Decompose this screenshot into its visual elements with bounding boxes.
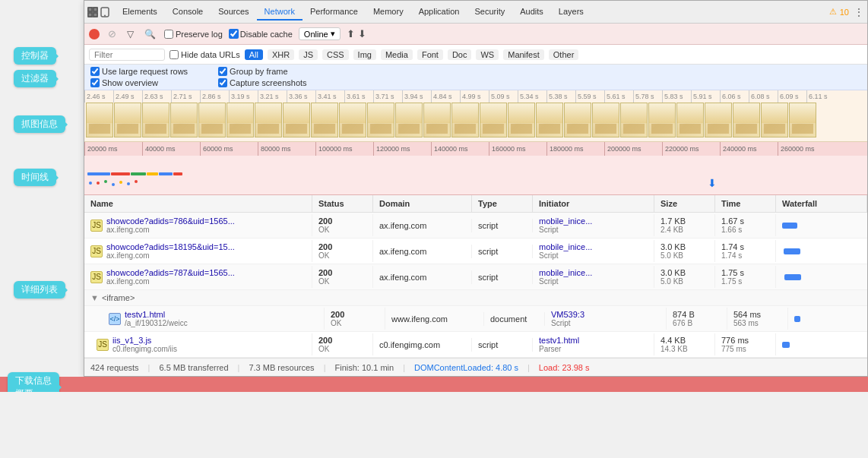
table-row[interactable]: </> testv1.html /a_if/190312/weicc 200 O… (84, 306, 867, 332)
filter-tag-doc[interactable]: Doc (448, 49, 472, 60)
ss-frame-12[interactable] (423, 103, 451, 137)
ss-frame-23[interactable] (733, 103, 760, 137)
status-transferred: 6.5 MB transferred (159, 363, 228, 372)
disable-cache-label[interactable]: Disable cache (229, 29, 293, 39)
ss-frame-19[interactable] (620, 103, 648, 137)
hide-data-urls-label[interactable]: Hide data URLs (169, 50, 240, 59)
tab-console[interactable]: Console (165, 4, 211, 21)
table-row[interactable]: JS showcode?adids=787&uid=1565... ax.ife… (84, 264, 867, 290)
tick-14: 5.09 s (489, 90, 518, 103)
rowi0-initiator-type: Script (551, 319, 660, 327)
filter-tag-manifest[interactable]: Manifest (503, 49, 544, 60)
export-button[interactable]: ⬇ (358, 28, 366, 39)
timeline-bars: ⬇ (84, 156, 867, 194)
tab-security[interactable]: Security (467, 4, 512, 21)
import-button[interactable]: ⬆ (347, 28, 355, 39)
rowi1-initiator[interactable]: testv1.html (539, 336, 648, 345)
table-row[interactable]: JS iis_v1_3.js c0.ifengimg.com/iis 200 O… (84, 332, 867, 358)
ss-frame-11[interactable] (395, 103, 423, 137)
iframe-group-header[interactable]: ▼ <iframe> (84, 290, 867, 306)
disable-cache-checkbox[interactable] (229, 29, 239, 39)
stop-button[interactable]: ⊘ (106, 27, 119, 40)
tab-memory[interactable]: Memory (366, 4, 411, 21)
iframe-toggle[interactable]: ▼ (90, 293, 99, 302)
record-button[interactable] (89, 29, 100, 39)
warning-count: 10 (840, 8, 849, 17)
device-icon[interactable] (100, 7, 110, 17)
filter-bar: Hide data URLs All XHR JS CSS Img Media … (84, 45, 867, 65)
group-by-frame-text: Group by frame (230, 67, 287, 76)
tab-sources[interactable]: Sources (211, 4, 256, 21)
preserve-log-label[interactable]: Preserve log (164, 30, 223, 39)
ss-frame-25[interactable] (789, 103, 816, 137)
rowi0-name[interactable]: testv1.html (125, 310, 188, 319)
search-button[interactable]: 🔍 (142, 28, 158, 40)
show-overview-checkbox[interactable] (90, 78, 100, 87)
filter-tag-js[interactable]: JS (299, 49, 318, 60)
inspect-icon[interactable] (87, 7, 98, 17)
ss-frame-13[interactable] (451, 103, 479, 137)
filter-tag-css[interactable]: CSS (322, 49, 349, 60)
ss-frame-4[interactable] (198, 103, 226, 137)
show-overview-label[interactable]: Show overview (90, 78, 188, 87)
ss-frame-5[interactable] (227, 103, 254, 137)
filter-tag-other[interactable]: Other (549, 49, 579, 60)
td-status-2: 200 OK (312, 266, 373, 288)
ss-frame-1[interactable] (114, 103, 141, 137)
ss-frame-7[interactable] (283, 103, 310, 137)
preserve-log-checkbox[interactable] (164, 30, 173, 39)
online-selector[interactable]: Online ▾ (299, 27, 341, 40)
filter-tag-ws[interactable]: WS (476, 49, 499, 60)
ss-frame-8[interactable] (311, 103, 338, 137)
capture-screenshots-label[interactable]: Capture screenshots (218, 78, 307, 87)
row1-initiator[interactable]: mobile_inice... (539, 242, 648, 251)
row2-name[interactable]: showcode?adids=787&uid=1565... (106, 268, 235, 277)
row1-name[interactable]: showcode?adids=18195&uid=15... (106, 242, 235, 251)
table-row[interactable]: JS showcode?adids=786&uid=1565... ax.ife… (84, 213, 867, 238)
ss-frame-10[interactable] (367, 103, 394, 137)
filter-input[interactable] (89, 49, 165, 61)
filter-tag-all[interactable]: All (245, 49, 263, 60)
hide-data-urls-checkbox[interactable] (169, 50, 179, 59)
ss-frame-21[interactable] (676, 103, 704, 137)
tab-audits[interactable]: Audits (512, 4, 551, 21)
capture-screenshots-checkbox[interactable] (218, 78, 227, 87)
ss-frame-18[interactable] (592, 103, 619, 137)
rowi1-name[interactable]: iis_v1_3.js (112, 336, 177, 345)
ss-frame-17[interactable] (564, 103, 591, 137)
rowi0-initiator[interactable]: VM539:3 (551, 310, 660, 319)
filter-tag-xhr[interactable]: XHR (268, 49, 294, 60)
ss-frame-3[interactable] (170, 103, 198, 137)
tab-layers[interactable]: Layers (551, 4, 591, 21)
ss-frame-9[interactable] (339, 103, 366, 137)
tab-elements[interactable]: Elements (115, 4, 165, 21)
filter-tag-font[interactable]: Font (417, 49, 443, 60)
large-rows-label[interactable]: Use large request rows (90, 67, 188, 76)
filter-tag-media[interactable]: Media (381, 49, 413, 60)
filter-button[interactable]: ▽ (125, 28, 136, 40)
ss-frame-24[interactable] (761, 103, 788, 137)
tab-application[interactable]: Application (411, 4, 467, 21)
ss-frame-15[interactable] (508, 103, 535, 137)
filter-tag-img[interactable]: Img (353, 49, 376, 60)
tab-performance[interactable]: Performance (303, 4, 366, 21)
row0-name[interactable]: showcode?adids=786&uid=1565... (106, 216, 235, 226)
group-by-frame-label[interactable]: Group by frame (218, 67, 307, 76)
table-row[interactable]: JS showcode?adids=18195&uid=15... ax.ife… (84, 238, 867, 264)
ss-frame-16[interactable] (536, 103, 563, 137)
name-lines-2: showcode?adids=787&uid=1565... ax.ifeng.… (106, 268, 235, 286)
row2-initiator[interactable]: mobile_inice... (539, 268, 648, 277)
ss-frame-20[interactable] (648, 103, 676, 137)
ss-frame-0[interactable] (86, 103, 113, 137)
ss-frame-6[interactable] (255, 103, 282, 137)
td-type-2: script (472, 270, 533, 284)
ss-frame-14[interactable] (480, 103, 507, 137)
tab-network[interactable]: Network (257, 4, 303, 21)
ss-frame-22[interactable] (705, 103, 732, 137)
row0-initiator[interactable]: mobile_inice... (539, 216, 648, 226)
status-dom-loaded[interactable]: DOMContentLoaded: 4.80 s (414, 363, 518, 372)
large-rows-checkbox[interactable] (90, 67, 100, 76)
group-by-frame-checkbox[interactable] (218, 67, 227, 76)
ss-frame-2[interactable] (142, 103, 169, 137)
more-menu-button[interactable]: ⋮ (854, 6, 864, 18)
